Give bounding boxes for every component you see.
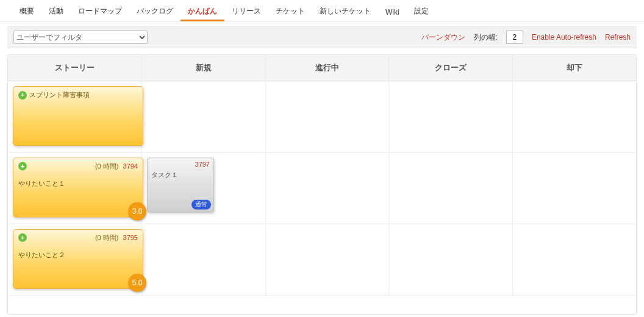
cell-closed[interactable] (389, 153, 513, 224)
tab-release[interactable]: リリース (224, 2, 268, 21)
col-head-story: ストーリー (8, 55, 142, 81)
lane-1: + (0 時間) 3794 やりたいこと１ 3.0 3797 タスク１ 通常 (8, 153, 636, 224)
cell-new[interactable] (142, 224, 266, 295)
tab-kanban[interactable]: かんばん (181, 2, 224, 21)
cell-closed[interactable] (389, 224, 513, 295)
refresh-link[interactable]: Refresh (605, 33, 631, 42)
cell-rejected[interactable] (513, 81, 637, 152)
burndown-link[interactable]: バーンダウン (421, 32, 465, 43)
story-cell: + (0 時間) 3795 やりたいこと２ 5.0 (8, 224, 142, 295)
plus-icon[interactable]: + (18, 162, 27, 170)
kanban-toolbar: ユーザーでフィルタ バーンダウン 列の幅: Enable Auto-refres… (7, 26, 637, 48)
cell-new[interactable]: 3797 タスク１ 通常 (142, 153, 266, 224)
tab-tickets[interactable]: チケット (268, 2, 312, 21)
task-card[interactable]: 3797 タスク１ 通常 (147, 158, 214, 213)
cell-progress[interactable] (266, 81, 390, 152)
story-ticket[interactable]: 3795 (123, 234, 138, 241)
lane-impediments: + スプリント障害事項 (8, 81, 636, 153)
project-tabs: 概要 活動 ロードマップ バックログ かんばん リリース チケット 新しいチケッ… (0, 0, 644, 21)
cell-progress[interactable] (266, 153, 390, 224)
plus-icon[interactable]: + (18, 233, 27, 242)
tab-roadmap[interactable]: ロードマップ (71, 2, 129, 21)
plus-icon[interactable]: + (18, 91, 27, 100)
story-ticket[interactable]: 3794 (123, 162, 138, 170)
col-head-progress: 進行中 (266, 55, 390, 81)
tab-settings[interactable]: 設定 (407, 2, 436, 21)
cell-progress[interactable] (266, 224, 390, 295)
story-hours: (0 時間) (95, 162, 119, 170)
lane-2: + (0 時間) 3795 やりたいこと２ 5.0 (8, 224, 636, 296)
story-cell: + スプリント障害事項 (8, 81, 142, 152)
col-head-new: 新規 (142, 55, 266, 81)
task-ticket[interactable]: 3797 (195, 161, 210, 168)
col-head-closed: クローズ (389, 55, 513, 81)
tab-backlog[interactable]: バックログ (129, 2, 181, 21)
col-head-rejected: 却下 (513, 55, 637, 81)
cell-rejected[interactable] (513, 224, 637, 295)
auto-refresh-link[interactable]: Enable Auto-refresh (532, 33, 596, 42)
tab-new-ticket[interactable]: 新しいチケット (312, 2, 378, 21)
story-card[interactable]: + (0 時間) 3794 やりたいこと１ 3.0 (13, 158, 143, 217)
col-width-label: 列の幅: (474, 32, 498, 43)
story-title: スプリント障害事項 (29, 90, 90, 100)
cell-rejected[interactable] (513, 153, 637, 224)
tab-wiki[interactable]: Wiki (378, 4, 407, 21)
task-priority-badge: 通常 (191, 200, 211, 210)
story-card[interactable]: + スプリント障害事項 (13, 86, 143, 146)
story-cell: + (0 時間) 3794 やりたいこと１ 3.0 (8, 153, 142, 224)
story-desc: やりたいこと２ (18, 250, 138, 260)
story-card[interactable]: + (0 時間) 3795 やりたいこと２ 5.0 (13, 229, 143, 289)
column-headers: ストーリー 新規 進行中 クローズ 却下 (8, 55, 636, 81)
col-width-input[interactable] (506, 31, 523, 44)
story-desc: やりたいこと１ (18, 179, 138, 188)
kanban-board: ストーリー 新規 進行中 クローズ 却下 + スプリント障害事項 + (7, 54, 637, 315)
tab-activity[interactable]: 活動 (41, 2, 71, 21)
user-filter-select[interactable]: ユーザーでフィルタ (13, 31, 148, 44)
cell-new[interactable] (142, 81, 266, 152)
cell-closed[interactable] (389, 81, 513, 152)
tab-overview[interactable]: 概要 (12, 2, 41, 21)
story-hours: (0 時間) (95, 234, 119, 241)
task-title: タスク１ (151, 170, 210, 180)
